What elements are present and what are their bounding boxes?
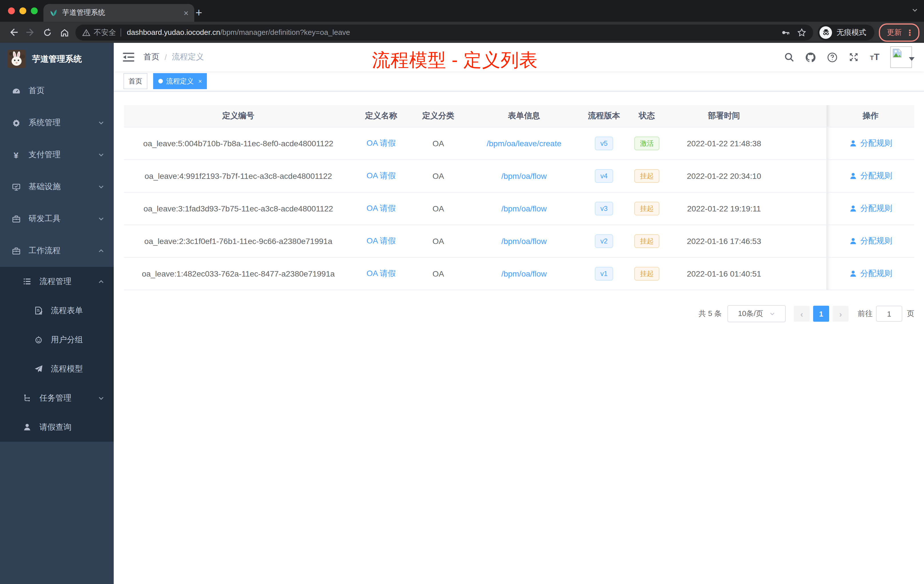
cell-category: OA (410, 225, 467, 258)
browser-tab[interactable]: 芋道管理系统 × (43, 4, 194, 22)
cell-actions: 分配规则 (826, 225, 914, 258)
url-path: /bpm/manager/definition?key=oa_leave (220, 28, 350, 36)
cell-form-info: /bpm/oa/flow (467, 193, 581, 225)
assign-rule-button[interactable]: 分配规则 (849, 138, 892, 148)
sidebar-item-process-model[interactable]: 流程模型 (0, 354, 114, 383)
sidebar-item-system-mgmt[interactable]: 系统管理 (0, 107, 114, 139)
sidebar-item-process-mgmt[interactable]: 流程管理 (0, 267, 114, 296)
cell-filler (781, 160, 826, 193)
sidebar-item-label: 工作流程 (28, 246, 94, 256)
sidebar-item-process-form[interactable]: 流程表单 (0, 296, 114, 325)
omnibox-divider (120, 28, 121, 36)
page-size-select[interactable]: 10条/页 (728, 305, 786, 322)
next-page-button[interactable]: › (833, 306, 848, 322)
breadcrumb-current: 流程定义 (172, 52, 204, 62)
column-header: 部署时间 (667, 105, 781, 127)
definition-name-link[interactable]: OA 请假 (366, 203, 396, 213)
incognito-badge: 无痕模式 (818, 24, 874, 40)
toolbox-icon (12, 214, 21, 223)
form-info-link[interactable]: /bpm/oa/flow (502, 172, 547, 181)
bookmark-star-icon[interactable] (797, 28, 806, 37)
back-button[interactable] (5, 24, 22, 41)
definition-name-link[interactable]: OA 请假 (366, 171, 396, 180)
assign-rule-button[interactable]: 分配规则 (849, 268, 892, 279)
cell-form-info: /bpm/oa/leave/create (467, 127, 581, 160)
cell-definition-name: OA 请假 (353, 160, 410, 193)
definition-name-link[interactable]: OA 请假 (366, 138, 396, 147)
table-row: oa_leave:5:004b710b-7b8a-11ec-8ef0-acde4… (124, 127, 914, 160)
definition-name-link[interactable]: OA 请假 (366, 269, 396, 278)
sidebar-item-infrastructure[interactable]: 基础设施 (0, 171, 114, 203)
sidebar-item-leave-query[interactable]: 请假查询 (0, 412, 114, 442)
app-logo[interactable]: 芋道管理系统 (0, 43, 114, 75)
sidebar-item-home[interactable]: 首页 (0, 75, 114, 107)
version-badge: v1 (594, 267, 613, 281)
form-info-link[interactable]: /bpm/oa/flow (502, 204, 547, 213)
sidebar-collapse-icon[interactable] (123, 52, 134, 62)
cell-version: v5 (581, 127, 627, 160)
tag-流程定义[interactable]: 流程定义× (153, 73, 207, 89)
breadcrumb-separator: / (165, 53, 167, 62)
home-button[interactable] (56, 24, 73, 41)
cell-category: OA (410, 258, 467, 290)
new-tab-button[interactable]: + (191, 5, 207, 21)
prev-page-button[interactable]: ‹ (794, 306, 810, 322)
chrome-update-button[interactable]: 更新 ⋮ (879, 23, 919, 41)
font-size-icon[interactable]: TT (870, 52, 879, 62)
password-key-icon[interactable] (781, 28, 790, 37)
assign-rule-label: 分配规则 (860, 171, 892, 181)
sidebar-item-task-mgmt[interactable]: 任务管理 (0, 383, 114, 412)
browser-menu-dots-icon[interactable]: ⋮ (906, 28, 914, 37)
sidebar-item-payment-mgmt[interactable]: ¥支付管理 (0, 139, 114, 171)
help-question-icon[interactable] (827, 52, 838, 63)
definition-name-link[interactable]: OA 请假 (366, 236, 396, 245)
window-minimize-button[interactable] (20, 7, 26, 14)
cell-category: OA (410, 193, 467, 225)
main-area: 首页 / 流程定义 TT (114, 43, 924, 584)
sidebar-item-workflow[interactable]: 工作流程 (0, 235, 114, 267)
pagination-total: 共 5 条 (699, 308, 722, 319)
cell-version: v3 (581, 193, 627, 225)
chevron-down-icon (98, 183, 105, 190)
assign-rule-button[interactable]: 分配规则 (849, 203, 892, 213)
tab-close-icon[interactable]: × (183, 8, 188, 18)
version-badge: v2 (594, 234, 613, 248)
url-omnibox[interactable]: 不安全 dashboard.yudao.iocoder.cn /bpm/mana… (76, 24, 813, 40)
cell-definition-id: oa_leave:3:1fad3d93-7b75-11ec-a3c8-acde4… (124, 193, 353, 225)
forward-button[interactable] (22, 24, 39, 41)
search-icon[interactable] (784, 52, 795, 62)
goto-page-input[interactable]: 1 (876, 306, 902, 322)
form-info-link[interactable]: /bpm/oa/leave/create (487, 139, 561, 148)
app-window: 芋道管理系统 首页系统管理¥支付管理基础设施研发工具工作流程 流程管理流程表单用… (0, 43, 924, 584)
avatar-caret-down-icon[interactable] (909, 56, 915, 61)
fullscreen-icon[interactable] (849, 52, 859, 62)
current-page-button[interactable]: 1 (813, 306, 829, 322)
breadcrumb-home[interactable]: 首页 (144, 52, 159, 62)
column-header: 定义编号 (124, 105, 353, 127)
screen: 芋道管理系统 × + 不安全 dashboard.yudao.iocoder.c… (0, 0, 924, 584)
column-header: 状态 (627, 105, 667, 127)
reload-button[interactable] (39, 24, 56, 41)
tag-首页[interactable]: 首页 (124, 73, 147, 89)
sidebar: 芋道管理系统 首页系统管理¥支付管理基础设施研发工具工作流程 流程管理流程表单用… (0, 43, 114, 584)
assign-rule-button[interactable]: 分配规则 (849, 171, 892, 181)
window-close-button[interactable] (8, 7, 15, 14)
cell-status: 挂起 (627, 258, 667, 290)
form-info-link[interactable]: /bpm/oa/flow (502, 269, 547, 278)
github-icon[interactable] (805, 52, 816, 63)
chevron-down-icon (98, 152, 105, 158)
sidebar-item-user-group[interactable]: 用户分组 (0, 325, 114, 354)
window-zoom-button[interactable] (31, 7, 38, 14)
user-icon (849, 204, 857, 212)
assign-rule-button[interactable]: 分配规则 (849, 236, 892, 246)
form-info-link[interactable]: /bpm/oa/flow (502, 237, 547, 246)
security-label: 不安全 (94, 27, 116, 38)
cell-deploy-time: 2022-01-16 01:40:51 (667, 258, 781, 290)
monitor-icon (12, 183, 21, 191)
sidebar-item-dev-tools[interactable]: 研发工具 (0, 203, 114, 235)
tag-close-icon[interactable]: × (198, 78, 202, 84)
status-badge: 挂起 (634, 201, 660, 216)
user-icon (849, 237, 857, 245)
tags-view-bar: 首页流程定义× (114, 71, 924, 91)
tab-overview-chevron-icon[interactable] (911, 7, 918, 14)
